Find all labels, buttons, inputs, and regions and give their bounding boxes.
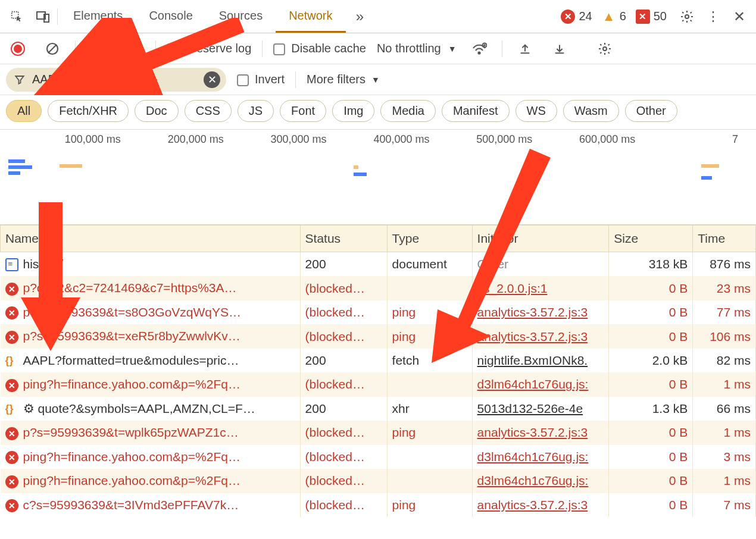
kebab-menu-icon[interactable]: ⋮ (701, 5, 725, 29)
cell-name[interactable]: ✕p?s=95993639&t=s8O3GoVzqWqYS… (1, 300, 301, 324)
cell-time: 23 ms (693, 276, 756, 300)
tab-sources[interactable]: Sources (206, 1, 276, 33)
more-filters-label: More filters (307, 73, 365, 86)
clear-filter-icon[interactable]: ✕ (204, 71, 220, 88)
request-row[interactable]: ✕ping?h=finance.yahoo.com&p=%2Fq…(blocke… (1, 469, 756, 493)
network-conditions-icon[interactable] (467, 37, 491, 61)
blocked-icon: ✕ (5, 475, 18, 488)
overview-timeline[interactable]: 100,000 ms200,000 ms300,000 ms400,000 ms… (0, 130, 756, 225)
settings-icon[interactable] (675, 5, 699, 29)
filter-chip-other[interactable]: Other (625, 100, 677, 122)
cell-name[interactable]: ✕ping?h=finance.yahoo.com&p=%2Fq… (1, 445, 301, 469)
request-row[interactable]: {}⚙quote?&symbols=AAPL,AMZN,CL=F…200xhr5… (1, 397, 756, 421)
device-toggle-icon[interactable] (31, 5, 55, 29)
request-row[interactable]: ✕p?s=95993639&t=s8O3GoVzqWqYS…(blocked…p… (1, 300, 756, 324)
column-initiator[interactable]: Initiator (472, 225, 609, 252)
cell-status: (blocked… (300, 469, 387, 493)
filter-chip-doc[interactable]: Doc (135, 100, 179, 122)
tab-network[interactable]: Network (276, 1, 345, 33)
request-row[interactable]: {}AAPL?formatted=true&modules=pric…200fe… (1, 349, 756, 372)
cell-type: xhr (387, 397, 472, 421)
upload-har-icon[interactable] (513, 37, 537, 61)
filter-chip-font[interactable]: Font (280, 100, 326, 122)
column-size[interactable]: Size (609, 225, 693, 252)
separator (262, 40, 263, 57)
column-status[interactable]: Status (300, 225, 387, 252)
filter-chip-manifest[interactable]: Manifest (442, 100, 510, 122)
cell-type: fetch (387, 349, 472, 372)
gear-icon: ⚙ (23, 402, 35, 415)
cell-initiator[interactable]: analytics-3.57.2.js:3 (472, 300, 609, 324)
search-icon[interactable] (121, 37, 145, 61)
record-button[interactable] (6, 37, 30, 61)
cell-name[interactable]: ✕ping?h=finance.yahoo.com&p=%2Fq… (1, 372, 301, 396)
filter-chip-all[interactable]: All (6, 100, 42, 122)
filter-input-container: ✕ (6, 68, 226, 92)
filter-chip-ws[interactable]: WS (516, 100, 557, 122)
filter-chip-js[interactable]: JS (238, 100, 274, 122)
cell-name[interactable]: ✕p?s=95993639&t=wplk65pzWAPZ1c… (1, 421, 301, 444)
blocked-icon: ✕ (5, 427, 18, 440)
filter-toggle-icon[interactable] (86, 37, 110, 61)
cell-name[interactable]: ✕c?s=95993639&t=3IVmd3ePFFAV7k… (1, 493, 301, 517)
request-row[interactable]: ✕ping?h=finance.yahoo.com&p=%2Fq…(blocke… (1, 445, 756, 469)
download-har-icon[interactable] (548, 37, 571, 61)
cell-size: 0 B (609, 372, 693, 396)
request-name: ping?h=finance.yahoo.com&p=%2Fq… (23, 474, 240, 487)
cell-initiator[interactable]: analytics-3.57.2.js:3 (472, 324, 609, 348)
inspect-icon[interactable] (5, 5, 29, 29)
timeline-tick: 600,000 ms (532, 133, 635, 146)
cell-name[interactable]: ✕ping?h=finance.yahoo.com&p=%2Fq… (1, 469, 301, 493)
request-row[interactable]: ✕p?c1=2&c2=7241469&c7=https%3A…(blocked…… (1, 276, 756, 300)
throttling-select[interactable]: No throttling ▼ (377, 42, 457, 55)
cell-name[interactable]: history/ (1, 252, 301, 277)
filter-chip-img[interactable]: Img (332, 100, 374, 122)
cell-initiator[interactable]: Other (472, 252, 609, 277)
clear-button[interactable] (40, 37, 64, 61)
cell-initiator[interactable]: d3lm64ch1c76ug.js: (472, 445, 609, 469)
cell-name[interactable]: ✕p?s=95993639&t=xeR5r8byZwwlvKv… (1, 324, 301, 348)
invert-checkbox[interactable]: Invert (237, 73, 285, 86)
cell-name[interactable]: ✕p?c1=2&c2=7241469&c7=https%3A… (1, 276, 301, 300)
blocked-icon: ✕ (5, 499, 18, 512)
error-counts[interactable]: ✕ 24 ▲ 6 ✕ 50 (561, 10, 673, 24)
request-row[interactable]: ✕p?s=95993639&t=xeR5r8byZwwlvKv…(blocked… (1, 324, 756, 348)
cell-size: 0 B (609, 324, 693, 348)
filter-chip-wasm[interactable]: Wasm (563, 100, 619, 122)
cell-initiator[interactable]: analytics-3.57.2.js:3 (472, 493, 609, 517)
cell-initiator[interactable]: d3lm64ch1c76ug.js: (472, 469, 609, 493)
request-row[interactable]: ✕ping?h=finance.yahoo.com&p=%2Fq…(blocke… (1, 372, 756, 396)
cell-initiator[interactable]: d3lm64ch1c76ug.js: (472, 372, 609, 396)
blocked-icon: ✕ (5, 379, 18, 392)
cell-name[interactable]: {}⚙quote?&symbols=AAPL,AMZN,CL=F… (1, 397, 301, 421)
request-row[interactable]: history/200documentOther318 kB876 ms (1, 252, 756, 277)
timeline-tick: 100,000 ms (18, 133, 121, 146)
column-time[interactable]: Time (693, 225, 756, 252)
filter-input[interactable] (32, 73, 196, 86)
more-tabs-icon[interactable]: » (348, 5, 372, 29)
column-type[interactable]: Type (387, 225, 472, 252)
cell-status: (blocked… (300, 372, 387, 396)
filter-chip-fetchxhr[interactable]: Fetch/XHR (48, 100, 129, 122)
request-row[interactable]: ✕c?s=95993639&t=3IVmd3ePFFAV7k…(blocked…… (1, 493, 756, 517)
tab-elements[interactable]: Elements (60, 1, 136, 33)
cell-name[interactable]: {}AAPL?formatted=true&modules=pric… (1, 349, 301, 372)
network-toolbar: Preserve log Disable cache No throttling… (0, 33, 756, 64)
cell-initiator[interactable]: analytics-3.57.2.js:3 (472, 421, 609, 444)
cell-initiator[interactable]: nightlife.BxmIONk8. (472, 349, 609, 372)
filter-chip-media[interactable]: Media (380, 100, 435, 122)
cell-initiator[interactable]: cs_2.0.0.js:1 (472, 276, 609, 300)
filter-chip-css[interactable]: CSS (185, 100, 232, 122)
column-name[interactable]: Name (1, 225, 301, 252)
tab-console[interactable]: Console (136, 1, 205, 33)
more-filters-dropdown[interactable]: More filters ▼ (307, 73, 380, 86)
cell-time: 876 ms (693, 252, 756, 277)
network-settings-icon[interactable] (593, 37, 617, 61)
blocked-icon: ✕ (5, 283, 18, 296)
disable-cache-checkbox[interactable]: Disable cache (273, 42, 366, 55)
close-icon[interactable]: ✕ (727, 5, 751, 29)
preserve-log-checkbox[interactable]: Preserve log (167, 42, 251, 55)
request-name: p?s=95993639&t=s8O3GoVzqWqYS… (23, 305, 242, 319)
cell-initiator[interactable]: 5013d132-526e-4e (472, 397, 609, 421)
request-row[interactable]: ✕p?s=95993639&t=wplk65pzWAPZ1c…(blocked…… (1, 421, 756, 444)
